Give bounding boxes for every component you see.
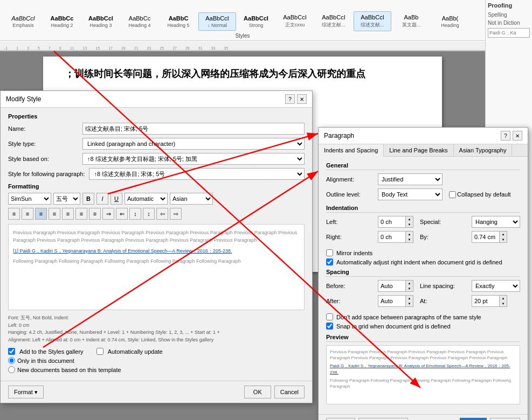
ribbon-style-heading5[interactable]: AaBbCHeading 5: [160, 12, 197, 31]
modify-style-title-bar: Modify Style ? ✕: [1, 91, 312, 108]
before-spacing-label: Before:: [326, 283, 375, 289]
paragraph-footer-left: Tabs... Set As Default: [326, 418, 408, 420]
tabs-button[interactable]: Tabs...: [326, 418, 355, 420]
modify-style-close-btn[interactable]: ✕: [297, 94, 307, 104]
ribbon-style-综述文献...[interactable]: AaBbCcI综述文献...: [315, 11, 353, 31]
snap-to-grid-checkbox[interactable]: [326, 323, 333, 330]
spacing1-button[interactable]: ↕: [129, 208, 141, 220]
outline-level-row: Outline level: Body Text Collapsed by de…: [326, 188, 520, 200]
paragraph-ok-cancel: OK Cancel: [460, 418, 520, 420]
font-face-select[interactable]: SimSun: [8, 193, 51, 205]
by-indent-down-btn[interactable]: ▼: [499, 237, 507, 242]
tab-line-page-breaks[interactable]: Line and Page Breaks: [384, 144, 453, 156]
alignment-row: Alignment: Justified: [326, 173, 520, 185]
underline-button[interactable]: U: [110, 193, 122, 205]
line-spacing-label: Line spacing:: [420, 283, 468, 289]
before-spacing-up-btn[interactable]: ▲: [405, 281, 413, 286]
align-right2-button[interactable]: ≡: [89, 208, 101, 220]
modify-style-question-btn[interactable]: ?: [285, 94, 295, 104]
align-center2-button[interactable]: ≡: [75, 208, 87, 220]
ribbon-style-综述文献...[interactable]: AaBbCcI综述文献...: [354, 11, 391, 31]
modify-style-cancel-button[interactable]: Cancel: [274, 386, 305, 398]
ribbon-style-heading[interactable]: AaBb(Heading: [431, 12, 469, 31]
left-indent-down-btn[interactable]: ▼: [405, 222, 413, 227]
align-justify-button[interactable]: ≡: [49, 208, 60, 220]
collapsed-checkbox[interactable]: [449, 191, 456, 198]
ribbon-style-英文题...[interactable]: AaBb英文题...: [392, 11, 430, 31]
rtl-button[interactable]: ⇦: [156, 208, 168, 220]
line-spacing-col: Line spacing: Exactly At: ▲ ▼: [420, 280, 520, 310]
right-indent-input[interactable]: [378, 232, 405, 242]
mirror-indents-checkbox[interactable]: [326, 249, 333, 256]
auto-adjust-label: Automatically adjust right indent when d…: [336, 259, 502, 265]
right-indent-down-btn[interactable]: ▼: [405, 237, 413, 242]
indent-increase-button[interactable]: ⇒: [102, 208, 114, 220]
align-right-button[interactable]: ≡: [35, 208, 47, 220]
ribbon-style-正文cxxu[interactable]: AaBbCcI正文cxxu: [276, 11, 314, 31]
font-size-select[interactable]: 五号: [53, 193, 80, 205]
add-to-gallery-checkbox[interactable]: [8, 348, 15, 355]
color-select[interactable]: Automatic: [125, 193, 168, 205]
bold-button[interactable]: B: [82, 193, 94, 205]
before-spacing-input[interactable]: [378, 281, 405, 291]
ribbon-style-strong[interactable]: AaBbCcIStrong: [237, 12, 275, 31]
ribbon-style-↓normal[interactable]: AaBbCcI↓ Normal: [198, 12, 236, 31]
align-center-button[interactable]: ≡: [22, 208, 33, 220]
name-input[interactable]: [82, 123, 305, 135]
after-spacing-down-btn[interactable]: ▼: [405, 301, 413, 306]
at-spacing-down-btn[interactable]: ▼: [499, 301, 507, 306]
special-indent-select[interactable]: Hanging: [472, 216, 520, 228]
script-select[interactable]: Asian: [170, 193, 213, 205]
auto-adjust-checkbox[interactable]: [326, 258, 333, 265]
after-spacing-input[interactable]: [378, 296, 405, 306]
spacing2-button[interactable]: ↕: [143, 208, 155, 220]
paragraph-cancel-button[interactable]: Cancel: [490, 418, 520, 420]
dont-add-space-checkbox[interactable]: [326, 313, 333, 320]
indent-decrease-button[interactable]: ⇐: [116, 208, 128, 220]
new-docs-radio[interactable]: [8, 366, 15, 373]
at-spacing-up-btn[interactable]: ▲: [499, 296, 507, 301]
tab-indents-spacing[interactable]: Indents and Spacing: [319, 144, 384, 157]
ribbon-style-heading4[interactable]: AaBbCcHeading 4: [121, 12, 158, 31]
proofing-search-input[interactable]: [488, 28, 530, 38]
at-spacing-label: At:: [420, 298, 468, 304]
align-left2-button[interactable]: ≡: [62, 208, 74, 220]
only-in-doc-radio[interactable]: [8, 357, 15, 364]
ribbon-style-preview-1: AaBbCc: [51, 15, 74, 22]
right-indent-up-btn[interactable]: ▲: [405, 232, 413, 237]
outline-level-select[interactable]: Body Text: [378, 188, 443, 200]
style-type-select[interactable]: Linked (paragraph and character): [82, 138, 305, 150]
at-spacing-input[interactable]: [472, 296, 499, 306]
auto-update-checkbox[interactable]: [96, 348, 103, 355]
format-button[interactable]: Format ▾: [8, 386, 44, 398]
align-left-button[interactable]: ≡: [8, 208, 20, 220]
by-indent-up-btn[interactable]: ▲: [499, 232, 507, 237]
styles-label: Styles: [0, 31, 485, 41]
style-based-on-select[interactable]: ↑8 综述文献参考文目标题; 宋体; 5号; 加黑: [82, 153, 305, 165]
alignment-select[interactable]: Justified: [378, 173, 443, 185]
style-based-on-wrap: ↑8 综述文献参考文目标题; 宋体; 5号; 加黑: [82, 153, 305, 165]
style-for-following-select[interactable]: ↑8 综述文献条目; 宋体; 5号: [89, 168, 305, 180]
ribbon-style-preview-3: AaBbCc: [129, 15, 150, 22]
before-spacing-down-btn[interactable]: ▼: [405, 286, 413, 291]
left-indent-up-btn[interactable]: ▲: [405, 216, 413, 222]
by-indent-input[interactable]: [472, 232, 499, 242]
set-as-default-button[interactable]: Set As Default: [358, 418, 408, 420]
ltr-button[interactable]: ⇨: [170, 208, 182, 220]
modify-style-ok-button[interactable]: OK: [244, 386, 271, 398]
alignment-select-wrap: Justified: [378, 173, 443, 185]
left-indent-input[interactable]: [378, 216, 405, 227]
paragraph-question-btn[interactable]: ?: [501, 131, 510, 141]
ribbon-style-heading2[interactable]: AaBbCcHeading 2: [43, 12, 81, 31]
ribbon-style-emphasis[interactable]: AaBbCcIEmphasis: [4, 12, 42, 31]
italic-button[interactable]: I: [96, 193, 108, 205]
line-spacing-select[interactable]: Exactly: [472, 280, 520, 292]
indentation-section-title: Indentation: [326, 205, 520, 213]
tab-asian-typography[interactable]: Asian Typography: [454, 144, 513, 156]
paragraph-ok-button[interactable]: OK: [460, 418, 487, 420]
style-based-on-label: Style based on:: [8, 156, 78, 162]
paragraph-close-btn[interactable]: ✕: [513, 131, 522, 141]
ribbon-style-preview-11: AaBb(: [442, 15, 459, 22]
after-spacing-up-btn[interactable]: ▲: [405, 296, 413, 301]
ribbon-style-heading3[interactable]: AaBbCclHeading 3: [82, 12, 120, 31]
